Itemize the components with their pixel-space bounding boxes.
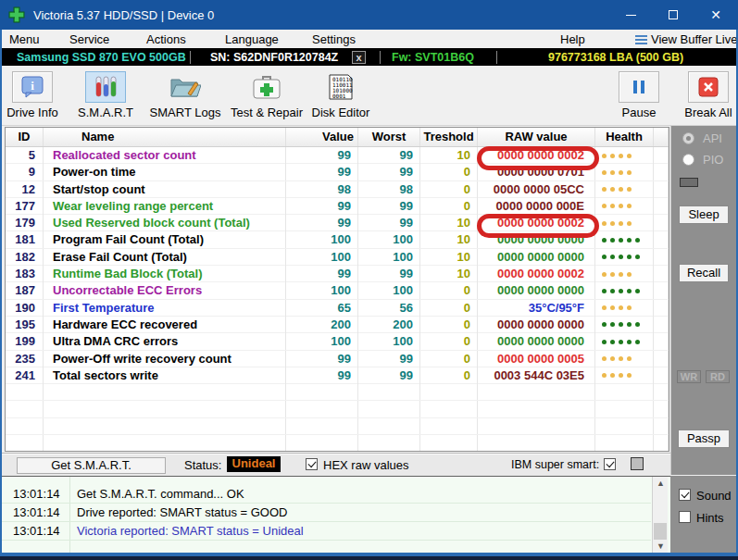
menu-item-menu[interactable]: Menu xyxy=(9,32,40,46)
menu-item-view-buffer[interactable]: View Buffer Live xyxy=(651,32,737,46)
maximize-button[interactable] xyxy=(652,0,694,30)
smart-attributes-table: ID Name Value Worst Treshold RAW value H… xyxy=(5,127,669,452)
smart-icon xyxy=(94,75,118,99)
log-message: Drive reported: SMART status = GOOD xyxy=(77,504,287,522)
break-all-icon xyxy=(698,77,719,97)
svg-text:i: i xyxy=(31,79,34,93)
table-row[interactable]: 190First Temperature6556035°C/95°F xyxy=(6,300,669,317)
ibm-smart-checkbox[interactable] xyxy=(604,458,616,470)
hex-raw-checkbox[interactable] xyxy=(306,458,318,470)
table-row[interactable]: 241Total sectors write999900003 544C 03E… xyxy=(6,367,669,384)
log-message: Victoria reported: SMART status = Unidea… xyxy=(77,522,304,541)
health-dots xyxy=(595,198,654,215)
ibm-smart-indicator[interactable] xyxy=(631,457,644,470)
health-dots xyxy=(595,181,654,198)
table-header: ID Name Value Worst Treshold RAW value H… xyxy=(6,128,669,147)
device-firmware: Fw: SVT01B6Q xyxy=(392,51,474,64)
log-time: 13:01:14 xyxy=(13,522,60,541)
log-entry: 13:01:14Victoria reported: SMART status … xyxy=(2,522,651,541)
menu-bar: Menu Service Actions Language Settings H… xyxy=(0,30,738,48)
drive-info-icon: i xyxy=(20,76,44,98)
menu-item-help[interactable]: Help xyxy=(560,32,585,46)
title-bar: Victoria 5.37 HDD/SSD | Device 0 ✕ xyxy=(0,0,738,30)
break-all-button[interactable]: Break All xyxy=(667,71,738,119)
log-entry: 13:01:14Drive reported: SMART status = G… xyxy=(2,504,651,522)
health-dots xyxy=(595,249,654,266)
table-body: 5Reallocated sector count9999100000 0000… xyxy=(6,147,669,452)
drive-info-button[interactable]: i Drive Info xyxy=(0,71,74,119)
wr-button[interactable]: WR xyxy=(677,370,701,383)
log-time: 13:01:14 xyxy=(13,504,60,522)
scroll-thumb[interactable] xyxy=(654,523,667,540)
health-dots xyxy=(595,351,654,367)
health-dots xyxy=(595,333,654,350)
activity-led xyxy=(680,178,698,187)
log-scrollbar[interactable]: ▲ ▼ xyxy=(652,477,668,554)
scroll-up-icon[interactable]: ▲ xyxy=(656,479,666,489)
log-time: 13:01:14 xyxy=(13,485,60,504)
sleep-button[interactable]: Sleep xyxy=(679,205,729,224)
app-window: Victoria 5.37 HDD/SSD | Device 0 ✕ Menu … xyxy=(0,0,738,556)
device-close-button[interactable]: x xyxy=(352,51,366,64)
hex-raw-label: HEX raw values xyxy=(323,458,408,472)
recall-button[interactable]: Recall xyxy=(679,264,729,282)
close-button[interactable]: ✕ xyxy=(694,0,737,30)
rd-button[interactable]: RD xyxy=(706,370,730,383)
health-dots xyxy=(595,317,654,333)
table-row[interactable]: 5Reallocated sector count9999100000 0000… xyxy=(6,147,669,164)
sound-checkbox[interactable] xyxy=(679,489,691,501)
table-row[interactable]: 187Uncorrectable ECC Errors10010000000 0… xyxy=(6,282,669,299)
table-row[interactable]: 199Ultra DMA CRC errors10010000000 0000 … xyxy=(6,333,669,350)
device-model: Samsung SSD 870 EVO 500GB xyxy=(17,51,186,64)
passp-button[interactable]: Passp xyxy=(678,429,730,448)
table-row[interactable]: 179Used Reserved block count (Total)9999… xyxy=(6,215,669,231)
health-dots xyxy=(595,147,654,164)
table-row-empty xyxy=(6,384,669,401)
log-panel: 13:01:14Get S.M.A.R.T. command... OK13:0… xyxy=(2,476,670,554)
minimize-button[interactable] xyxy=(609,0,652,30)
menu-item-language[interactable]: Language xyxy=(225,32,279,46)
svg-text:0001: 0001 xyxy=(332,93,346,99)
log-entry: 13:01:14Get S.M.A.R.T. command... OK xyxy=(2,485,651,504)
device-serial: SN: S62DNF0R120784Z xyxy=(210,51,338,64)
annotation-ellipse xyxy=(477,146,599,170)
menu-item-service[interactable]: Service xyxy=(69,32,109,46)
table-row[interactable]: 183Runtime Bad Block (Total)9999100000 0… xyxy=(6,266,669,282)
table-row[interactable]: 195Hardware ECC recovered20020000000 000… xyxy=(6,317,669,333)
status-value: Unideal xyxy=(227,456,281,472)
table-row-empty xyxy=(6,401,669,417)
right-sidebar: API PIO Sleep Recall WR RD Passp xyxy=(670,126,736,475)
api-radio[interactable] xyxy=(682,132,694,144)
annotation-ellipse xyxy=(477,214,599,238)
get-smart-button[interactable]: Get S.M.A.R.T. xyxy=(17,457,166,474)
scroll-down-icon[interactable]: ▼ xyxy=(656,541,666,552)
smart-button[interactable]: S.M.A.R.T xyxy=(64,71,147,119)
app-icon xyxy=(8,6,25,23)
menu-item-settings[interactable]: Settings xyxy=(312,32,356,46)
pio-radio[interactable] xyxy=(682,154,694,166)
test-repair-button[interactable]: Test & Repair xyxy=(225,71,308,119)
table-row[interactable]: 182Erase Fail Count (Total)100100100000 … xyxy=(6,249,669,266)
table-row[interactable]: 235Power-Off write recovery count9999000… xyxy=(6,351,669,367)
table-row[interactable]: 177Wear leveling range percent999900000 … xyxy=(6,198,669,215)
hints-checkbox[interactable] xyxy=(679,511,691,523)
health-dots xyxy=(595,300,654,317)
smart-logs-button[interactable]: SMART Logs xyxy=(144,71,227,119)
buffer-list-icon xyxy=(635,35,647,45)
window-title: Victoria 5.37 HDD/SSD | Device 0 xyxy=(33,8,214,22)
smart-logs-icon xyxy=(169,75,201,99)
disk-editor-button[interactable]: 010110 110011 101000 0001 Disk Editor xyxy=(299,71,382,119)
log-message: Get S.M.A.R.T. command... OK xyxy=(77,485,244,504)
device-info-bar: Samsung SSD 870 EVO 500GB SN: S62DNF0R12… xyxy=(0,48,738,66)
table-row[interactable]: 12Start/stop count989800000 0000 05CC xyxy=(6,181,669,198)
health-dots xyxy=(595,215,654,231)
device-capacity: 976773168 LBA (500 GB) xyxy=(548,51,683,64)
test-repair-icon xyxy=(253,75,281,99)
table-row-empty xyxy=(6,418,669,435)
menu-item-actions[interactable]: Actions xyxy=(146,32,186,46)
table-row-empty xyxy=(6,435,669,452)
health-dots xyxy=(595,231,654,248)
api-label: API xyxy=(703,131,722,145)
pio-label: PIO xyxy=(703,153,723,167)
sound-label: Sound xyxy=(696,489,732,503)
